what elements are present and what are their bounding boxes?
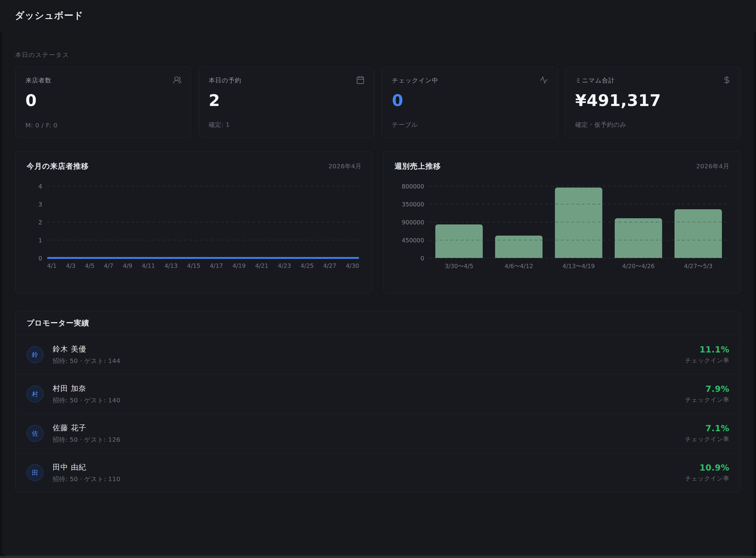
chart-period: 2026年4月: [696, 162, 729, 171]
avatar: 佐: [27, 425, 44, 442]
stat-card-value: 0: [392, 92, 547, 109]
x-tick-label: 4/13: [164, 262, 178, 269]
x-tick-label: 4/15: [187, 262, 200, 269]
y-tick-label: 900000: [402, 219, 424, 226]
avatar: 田: [27, 464, 44, 481]
promoter-row[interactable]: 村 村田 加奈 招待: 50 · ゲスト: 140 7.9% チェックイン率: [16, 375, 740, 414]
x-tick-label: 4/11: [142, 262, 155, 269]
y-tick-label: 3: [38, 201, 42, 208]
status-cards-row: 来店者数 0 M: 0 / F: 0 本日の予約 2 確定: 1 チェックイン中…: [15, 67, 741, 138]
stat-card-value: ¥491,317: [575, 92, 731, 109]
promoter-name: 鈴木 美優: [53, 344, 120, 354]
sales-bar: [555, 187, 602, 258]
chart-title: 今月の来店者推移: [27, 161, 89, 171]
checkin-rate-value: 10.9%: [685, 463, 729, 473]
promoter-rows: 鈴 鈴木 美優 招待: 50 · ゲスト: 144 11.1% チェックイン率 …: [16, 335, 740, 492]
stat-card-subtext: 確定・仮予約のみ: [575, 121, 626, 129]
y-tick-label: 1: [38, 237, 42, 244]
promoter-name: 村田 加奈: [53, 383, 120, 394]
promoter-identity: 佐藤 花子 招待: 50 · ゲスト: 126: [53, 423, 120, 444]
promoter-row[interactable]: 田 田中 由紀 招待: 50 · ゲスト: 110 10.9% チェックイン率: [16, 453, 740, 492]
sales-bar: [435, 224, 482, 258]
line-chart-x-axis: 4/14/34/54/74/94/114/134/154/174/194/214…: [47, 262, 359, 269]
window-bottom-edge: [0, 556, 756, 558]
x-tick-label: 4/23: [278, 262, 291, 269]
stat-card-subtext: 確定: 1: [209, 121, 230, 129]
promoter-card-title: プロモーター実績: [16, 311, 740, 335]
y-tick-label: 350000: [402, 201, 424, 208]
users-icon: [173, 76, 182, 84]
y-gridline: 2: [47, 222, 359, 222]
y-gridline: 4: [47, 186, 359, 186]
visitors-line-chart-card: 今月の来店者推移 2026年4月 43210 4/14/34/54/74/94/…: [15, 151, 373, 294]
stat-card-label: 本日の予約: [209, 76, 364, 85]
promoter-name: 田中 由紀: [53, 462, 120, 472]
checkin-rate-value: 11.1%: [685, 345, 729, 354]
y-tick-label: 2: [38, 219, 42, 226]
sales-bar: [615, 218, 662, 258]
avatar: 村: [27, 386, 44, 402]
x-tick-label: 4/6〜4/12: [489, 262, 549, 270]
x-tick-label: 4/19: [233, 262, 246, 269]
checkin-rate-value: 7.1%: [685, 424, 729, 433]
y-gridline: 3: [47, 204, 359, 204]
chart-period: 2026年4月: [328, 162, 361, 171]
x-tick-label: 3/30〜4/5: [429, 262, 489, 270]
promoter-rate-block: 10.9% チェックイン率: [685, 463, 729, 483]
checkin-rate-label: チェックイン率: [685, 356, 729, 364]
x-tick-label: 4/27: [323, 262, 336, 269]
stat-card-subtext: テーブル: [392, 121, 418, 129]
y-gridline: 1: [47, 240, 359, 240]
chart-header: 今月の来店者推移 2026年4月: [27, 161, 361, 171]
stat-card-value: 2: [209, 92, 364, 109]
main-panel: 本日のステータス 来店者数 0 M: 0 / F: 0 本日の予約 2 確定: …: [2, 32, 754, 556]
checkin-rate-label: チェックイン率: [685, 435, 729, 443]
x-tick-label: 4/17: [210, 262, 223, 269]
y-gridline: 350000: [429, 204, 728, 204]
y-tick-label: 4: [38, 183, 42, 190]
x-tick-label: 4/13〜4/19: [549, 262, 609, 270]
promoter-performance-card: プロモーター実績 鈴 鈴木 美優 招待: 50 · ゲスト: 144 11.1%…: [15, 311, 741, 492]
y-tick-label: 450000: [402, 237, 424, 244]
x-tick-label: 4/5: [85, 262, 94, 269]
x-tick-label: 4/7: [104, 262, 113, 269]
page-title: ダッシュボード: [15, 9, 83, 22]
y-tick-label: 0: [421, 255, 424, 262]
stat-card-label: ミニマム合計: [575, 76, 731, 85]
checkin-rate-value: 7.9%: [685, 384, 729, 394]
app-header: ダッシュボード: [0, 0, 756, 31]
y-gridline: 0: [429, 258, 728, 258]
x-tick-label: 4/9: [123, 262, 132, 269]
status-section-label: 本日のステータス: [15, 51, 741, 59]
promoter-identity: 村田 加奈 招待: 50 · ゲスト: 140: [53, 383, 120, 405]
x-tick-label: 4/1: [47, 262, 57, 269]
y-tick-label: 800000: [402, 183, 424, 190]
y-gridline: 800000: [429, 186, 728, 186]
x-tick-label: 4/25: [300, 262, 314, 269]
promoter-rate-block: 7.9% チェックイン率: [685, 384, 729, 404]
y-tick-label: 0: [38, 255, 42, 262]
stat-card-minimum-total: ミニマム合計 ¥491,317 確定・仮予約のみ: [565, 67, 741, 138]
y-gridline: 450000: [429, 240, 728, 240]
x-tick-label: 4/20〜4/26: [609, 262, 668, 270]
y-gridline: 900000: [429, 222, 728, 222]
sales-bar: [495, 236, 542, 258]
promoter-name: 佐藤 花子: [53, 423, 120, 433]
y-gridline: 0: [47, 258, 359, 258]
activity-icon: [539, 76, 548, 84]
promoter-rate-block: 11.1% チェックイン率: [685, 345, 729, 364]
promoter-identity: 田中 由紀 招待: 50 · ゲスト: 110: [53, 462, 120, 483]
stat-card-label: 来店者数: [25, 76, 181, 85]
avatar: 鈴: [27, 346, 44, 363]
promoter-meta: 招待: 50 · ゲスト: 140: [53, 396, 120, 405]
promoter-row[interactable]: 佐 佐藤 花子 招待: 50 · ゲスト: 126 7.1% チェックイン率: [16, 414, 740, 453]
promoter-identity: 鈴木 美優 招待: 50 · ゲスト: 144: [53, 344, 120, 365]
promoter-meta: 招待: 50 · ゲスト: 126: [53, 435, 120, 444]
bar-chart-plot: 8000003500009000004500000: [429, 186, 728, 258]
promoter-meta: 招待: 50 · ゲスト: 110: [53, 475, 120, 483]
checkin-rate-label: チェックイン率: [685, 475, 729, 483]
promoter-row[interactable]: 鈴 鈴木 美優 招待: 50 · ゲスト: 144 11.1% チェックイン率: [16, 335, 740, 375]
bar-chart-x-axis: 3/30〜4/54/6〜4/124/13〜4/194/20〜4/264/27〜5…: [429, 262, 728, 270]
sales-bar: [675, 209, 722, 258]
chart-title: 週別売上推移: [395, 161, 441, 171]
